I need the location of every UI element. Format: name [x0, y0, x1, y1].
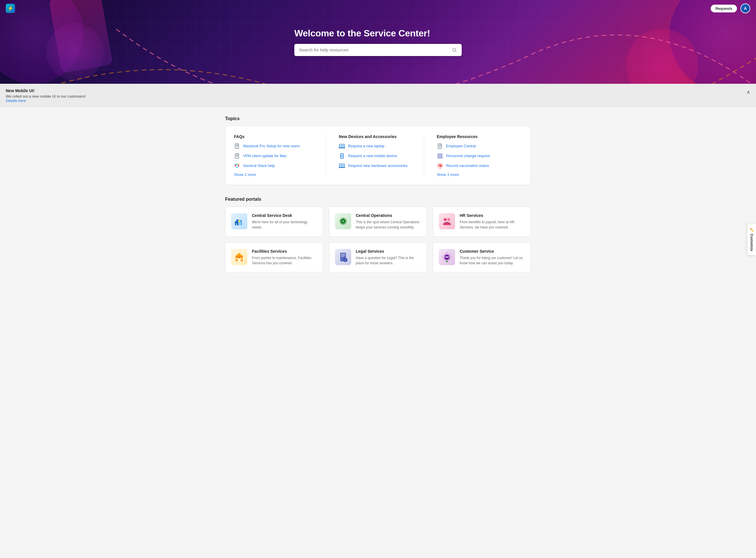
portal-icon-cs [439, 249, 455, 265]
svg-rect-18 [339, 148, 345, 148]
portal-icon-co [335, 213, 351, 229]
search-input[interactable] [299, 47, 449, 52]
svg-rect-25 [438, 144, 441, 149]
hero-content: Welcome to the Service Center! [294, 28, 462, 56]
list-item[interactable]: VPN client update for Mac [234, 153, 319, 159]
svg-point-64 [447, 256, 448, 258]
portal-card-fs[interactable]: Facilities Services From parties to main… [225, 242, 323, 272]
announcement-text: We rolled out a new mobile UI to our cus… [6, 94, 86, 103]
svg-marker-52 [235, 253, 244, 256]
portal-info-fs: Facilities Services From parties to main… [252, 249, 317, 266]
svg-rect-59 [341, 256, 344, 257]
svg-rect-57 [341, 254, 345, 254]
portal-card-csd[interactable]: Central Service Desk We're here for all … [225, 206, 323, 236]
topic-item-label: Personnel change request [446, 154, 490, 158]
list-item[interactable]: General Slack help [234, 162, 319, 169]
svg-point-34 [441, 155, 442, 157]
hero-section: ⚡ Requests A Welcome to the Service Cent… [0, 0, 756, 84]
document-icon [437, 143, 443, 149]
user-avatar[interactable]: A [740, 3, 750, 13]
list-item[interactable]: Request new hardware accessories [339, 162, 417, 169]
slack-icon [234, 162, 240, 169]
portal-desc: From benefits to payroll, here at HR Ser… [460, 220, 525, 230]
heart-icon [437, 162, 443, 169]
nav-right: Requests A [711, 3, 750, 13]
portal-icon-fs [231, 249, 247, 265]
svg-rect-23 [340, 164, 344, 167]
customize-panel[interactable]: ✏️ Customize [747, 223, 756, 256]
topic-item-label: Macbook Pro Setup for new users [243, 144, 300, 149]
announcement-link[interactable]: Details here [6, 99, 26, 103]
svg-rect-50 [443, 224, 451, 225]
portal-info-csd: Central Service Desk We're here for all … [252, 213, 317, 230]
devices-column-title: New Devices and Accessories [339, 134, 417, 139]
announcement-collapse-button[interactable]: ∧ [747, 89, 750, 95]
list-item[interactable]: Record vaccination status [437, 162, 522, 169]
main-content: Topics FAQs [219, 107, 537, 281]
show-more-employee[interactable]: Show 1 more [437, 172, 522, 177]
list-item[interactable]: Request a new mobile device [339, 153, 417, 159]
list-item[interactable]: Employee Central [437, 143, 522, 149]
document-icon [234, 143, 240, 149]
svg-line-1 [455, 51, 456, 52]
svg-rect-58 [341, 255, 345, 256]
portal-icon-hr [439, 213, 455, 229]
svg-point-48 [444, 218, 447, 221]
svg-point-36 [439, 157, 441, 158]
portal-info-ls: Legal Services Have a question for Legal… [356, 249, 421, 266]
customize-label: Customize [750, 234, 754, 251]
topics-section-title: Topics [225, 116, 531, 121]
portal-card-ls[interactable]: ✓ Legal Services Have a question for Leg… [329, 242, 427, 272]
svg-rect-14 [238, 165, 239, 167]
portal-title: Central Service Desk [252, 213, 317, 218]
requests-button[interactable]: Requests [711, 5, 737, 12]
topics-column-devices: New Devices and Accessories Request a ne… [332, 134, 424, 177]
topic-item-label: Employee Central [446, 144, 476, 149]
svg-point-44 [238, 220, 240, 222]
portal-info-hr: HR Services From benefits to payroll, he… [460, 213, 525, 230]
svg-rect-24 [339, 167, 345, 168]
svg-rect-17 [340, 145, 344, 147]
svg-point-30 [439, 154, 441, 155]
svg-point-21 [342, 158, 342, 158]
svg-point-31 [441, 154, 442, 155]
hardware-icon [339, 162, 345, 169]
topic-item-label: VPN client update for Mac [243, 154, 287, 158]
topics-column-faqs: FAQs Macbook Pro Setup for new users [234, 134, 326, 177]
topic-item-label: General Slack help [243, 163, 275, 169]
portal-icon-csd [231, 213, 247, 229]
employee-column-title: Employee Resources [437, 134, 522, 139]
svg-point-47 [342, 220, 344, 222]
svg-rect-54 [236, 258, 238, 260]
list-item[interactable]: Personnel change request [437, 153, 522, 159]
show-more-faqs[interactable]: Show 2 more [234, 172, 319, 177]
dots-icon [437, 153, 443, 159]
svg-rect-20 [341, 154, 343, 157]
announcement-banner: New Mobile UI! We rolled out a new mobil… [0, 84, 756, 107]
portals-section-title: Featured portals [225, 197, 531, 202]
topic-item-label: Record vaccination status [446, 163, 489, 169]
search-bar [294, 44, 462, 56]
portal-desc: Thank you for being our customer! Let us… [460, 255, 525, 266]
portal-card-hr[interactable]: HR Services From benefits to payroll, he… [433, 206, 531, 236]
portal-desc: We're here for all of your technology ne… [252, 220, 317, 230]
list-item[interactable]: Request a new laptop [339, 143, 417, 149]
svg-point-65 [448, 256, 449, 258]
portal-title: Central Operations [356, 213, 421, 218]
svg-point-33 [439, 155, 441, 157]
list-item[interactable]: Macbook Pro Setup for new users [234, 143, 319, 149]
portal-desc: This is the spot where Central Operation… [356, 220, 421, 230]
faqs-column-title: FAQs [234, 134, 319, 139]
portals-section: Featured portals Central Service Desk [225, 197, 531, 272]
topics-column-employee: Employee Resources Employee Central [430, 134, 522, 177]
portal-desc: From parties to maintenance, Facilities … [252, 255, 317, 266]
hero-title: Welcome to the Service Center! [294, 28, 462, 39]
portal-title: HR Services [460, 213, 525, 218]
portals-grid: Central Service Desk We're here for all … [225, 206, 531, 272]
topics-grid: FAQs Macbook Pro Setup for new users [234, 134, 522, 177]
portal-icon-ls: ✓ [335, 249, 351, 265]
svg-rect-43 [240, 222, 241, 225]
portal-card-cs[interactable]: Customer Service Thank you for being our… [433, 242, 531, 272]
portal-card-co[interactable]: Central Operations This is the spot wher… [329, 206, 427, 236]
topics-card: FAQs Macbook Pro Setup for new users [225, 126, 531, 185]
